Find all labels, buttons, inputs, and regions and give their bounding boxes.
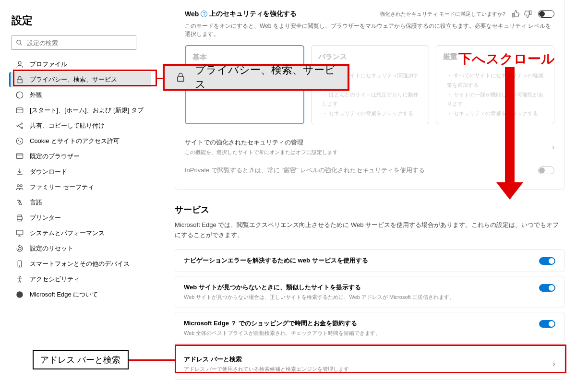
svg-point-18 (19, 266, 20, 267)
sidebar-item-label: Microsoft Edge について (30, 290, 98, 299)
svg-point-8 (21, 127, 23, 129)
service-title: Microsoft Edge ? でのショッピングで時間とお金を節約する (184, 319, 535, 328)
sidebar-item-printer[interactable]: プリンター (11, 210, 151, 226)
annotation-callout-privacy: プライバシー、検索、サービス (163, 64, 349, 91)
sidebar-item-label: 外観 (30, 91, 42, 99)
service-title: ナビゲーションエラーを解決するために web サービスを使用する (184, 256, 535, 265)
profile-icon (15, 60, 24, 69)
svg-point-10 (18, 140, 19, 141)
sidebar-item-tabs[interactable]: [スタート]、[ホーム]、および [新規] タブ (11, 103, 151, 118)
annotation-connector-2 (129, 359, 175, 361)
info-icon[interactable]: ? (201, 11, 207, 17)
sidebar-item-family[interactable]: ファミリー セーフティ (11, 179, 151, 195)
manage-title: サイトでの強化されたセキュリティの管理 (185, 138, 338, 147)
svg-point-2 (18, 61, 21, 64)
service-toggle[interactable] (539, 320, 555, 328)
card-title: 基本 (192, 53, 297, 62)
services-description: Microsoft Edge では、閲覧エクスペリエンス向上させるために Web… (175, 220, 564, 240)
web-title-suffix: 上のセキュリティを強化する (209, 10, 297, 18)
manage-desc: この機能を、選択したサイトで常にオンまたはオフに設定します (185, 149, 338, 156)
lang-icon (15, 198, 24, 207)
sidebar-item-label: プリンター (30, 214, 61, 222)
sidebar-item-label: ダウンロード (30, 167, 67, 176)
service-toggle[interactable] (539, 284, 555, 292)
sidebar-item-label: プロファイル (30, 60, 67, 69)
svg-rect-15 (17, 217, 23, 220)
system-icon (15, 229, 24, 238)
card-title: バランス (318, 52, 422, 61)
sidebar-item-label: [スタート]、[ホーム]、および [新規] タブ (30, 106, 144, 115)
sidebar-item-cookie[interactable]: Cookie とサイトのアクセス許可 (11, 133, 151, 149)
cookie-icon (15, 137, 24, 145)
sidebar-item-label: スマートフォンとその他のデバイス (30, 260, 130, 268)
thumbs-down-icon[interactable] (524, 10, 532, 18)
svg-line-1 (20, 44, 22, 46)
feedback-text: 強化されたセキュリティ モードに満足していますか? (380, 11, 505, 18)
svg-rect-12 (16, 154, 23, 159)
card-bullet: すべてのサイトにセキュリティの軽減策を追加する (447, 71, 547, 90)
search-input[interactable] (27, 39, 132, 47)
card-bullet: サイトの一部が機能しない可能性があります (447, 90, 547, 109)
web-description: このモードをオンにすると、Web をより安全に閲覧し、ブラウザーをマルウェアから… (185, 22, 554, 38)
sidebar-item-browser[interactable]: 既定のブラウザー (11, 149, 151, 164)
sidebar-item-label: アクセシビリティ (30, 275, 80, 284)
service-item-2: Microsoft Edge ? でのショッピングで時間とお金を節約するWeb … (175, 312, 564, 344)
svg-rect-5 (16, 108, 23, 113)
family-icon (15, 183, 24, 191)
svg-rect-16 (16, 230, 23, 235)
manage-security-row[interactable]: サイトでの強化されたセキュリティの管理 この機能を、選択したサイトで常にオンまた… (185, 133, 554, 161)
inprivate-toggle[interactable] (538, 166, 554, 174)
inprivate-row: InPrivate で閲覧するときは、常に "厳密" レベルの強化されたセキュリ… (185, 161, 554, 179)
search-box[interactable] (12, 36, 136, 50)
sidebar-item-download[interactable]: ダウンロード (11, 164, 151, 179)
annotation-connector-1 (157, 78, 163, 79)
service-sub: Web 全体のベストプライスが自動検索され、チェックアウト時間を短縮できます。 (184, 330, 535, 337)
service-item-1: Web サイトが見つからないときに、類似したサイトを提示するWeb サイトが見つ… (175, 276, 564, 308)
service-title: Web サイトが見つからないときに、類似したサイトを提示する (184, 283, 535, 292)
card-bullet: ほとんどのサイトは想定どおりに動作します (322, 90, 422, 109)
service-sub: Web サイトが見つからない場合は、正しいサイトを検索するために、Web アドレ… (184, 294, 535, 301)
phone-icon (15, 260, 24, 268)
sidebar-item-edge[interactable]: Microsoft Edge について (11, 287, 151, 302)
sidebar-item-label: ファミリー セーフティ (30, 183, 94, 191)
sidebar-item-label: システムとパフォーマンス (30, 229, 105, 238)
sidebar-item-label: 設定のリセット (30, 244, 73, 253)
sidebar-item-system[interactable]: システムとパフォーマンス (11, 226, 151, 241)
services-heading: サービス (175, 204, 564, 215)
sidebar-item-accessibility[interactable]: アクセシビリティ (11, 272, 151, 287)
thumbs-up-icon[interactable] (511, 10, 520, 18)
svg-point-19 (19, 276, 21, 277)
annotation-scroll-text: 下へスクロール (458, 50, 555, 68)
annotation-arrow-down (500, 67, 519, 199)
annotation-label-addressbar: アドレス バーと検索 (33, 350, 129, 369)
sidebar-item-label: 共有、コピーして貼り付け (30, 121, 105, 130)
reset-icon (15, 244, 24, 253)
share-icon (15, 121, 24, 130)
sidebar-item-label: 既定のブラウザー (30, 152, 80, 161)
svg-rect-21 (178, 77, 184, 81)
svg-point-7 (21, 123, 23, 124)
settings-title: 設定 (12, 13, 151, 28)
security-master-toggle[interactable] (538, 10, 554, 18)
info-icon[interactable]: ? (232, 320, 236, 327)
sidebar-item-lang[interactable]: 言語 (11, 195, 151, 210)
chevron-right-icon: › (552, 143, 554, 151)
nav-list: プロファイルプライバシー、検索、サービス外観[スタート]、[ホーム]、および [… (12, 57, 151, 302)
svg-point-6 (17, 125, 18, 127)
svg-point-20 (16, 291, 23, 298)
svg-point-0 (17, 40, 21, 44)
service-item-0: ナビゲーションエラーを解決するために web サービスを使用する (175, 249, 564, 272)
sidebar-item-appearance[interactable]: 外観 (11, 87, 151, 103)
browser-icon (15, 152, 24, 161)
sidebar-item-share[interactable]: 共有、コピーして貼り付け (11, 118, 151, 133)
sidebar-item-reset[interactable]: 設定のリセット (11, 241, 151, 256)
card-bullet: セキュリティの脅威をブロックする (447, 109, 547, 119)
web-title-prefix: Web (185, 10, 199, 18)
tabs-icon (15, 106, 24, 115)
lock-icon (175, 71, 186, 83)
service-toggle[interactable] (539, 257, 555, 265)
annotation-highlight-sidebar (13, 70, 157, 86)
svg-point-11 (20, 142, 21, 143)
accessibility-icon (15, 275, 24, 284)
sidebar-item-phone[interactable]: スマートフォンとその他のデバイス (11, 256, 151, 272)
